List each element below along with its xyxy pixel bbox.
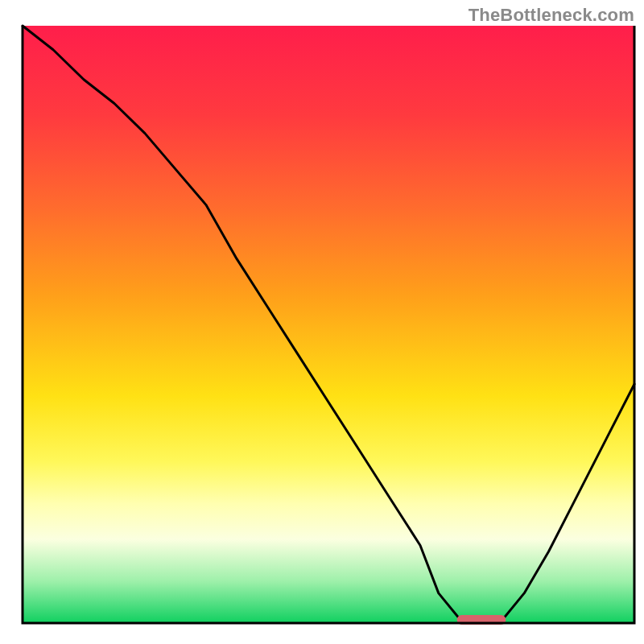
bottleneck-plot — [0, 0, 644, 644]
gradient-background — [23, 26, 634, 623]
chart-container: TheBottleneck.com — [0, 0, 644, 644]
